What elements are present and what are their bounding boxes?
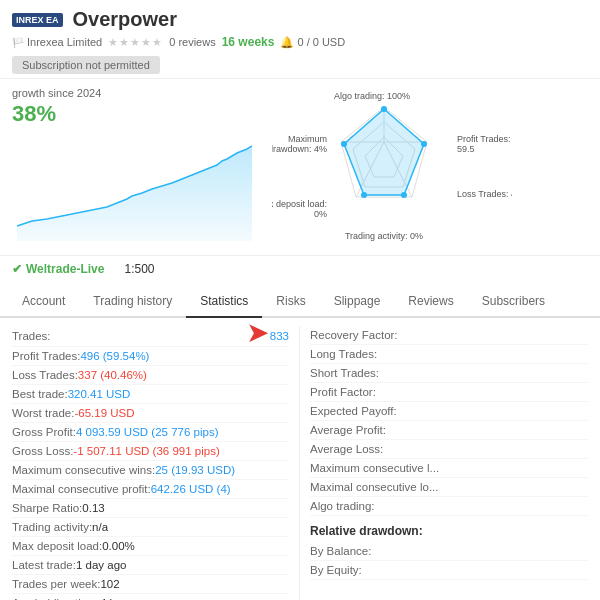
stat-short-trades: Short Trades:: [310, 364, 588, 383]
provider-name: Inrexea Limited: [27, 36, 102, 48]
broker-name: ✔ Weltrade-Live: [12, 262, 104, 276]
max-profit-value: 642.26 USD (4): [151, 483, 231, 495]
tab-risks[interactable]: Risks: [262, 286, 319, 318]
svg-marker-8: [344, 109, 424, 195]
stat-by-equity: By Equity:: [310, 561, 588, 580]
stat-max-deposit: Max deposit load: 0.00%: [12, 537, 289, 556]
product-title: Overpower: [73, 8, 177, 31]
stat-avg-profit: Average Profit:: [310, 421, 588, 440]
relative-drawdown-section: Relative drawdown: By Balance: By Equity…: [310, 524, 588, 580]
main-area: growth since 2024 38% Algo trading: 100%: [0, 79, 600, 255]
svg-point-10: [421, 141, 427, 147]
svg-point-11: [401, 192, 407, 198]
stat-profit-factor: Profit Factor:: [310, 383, 588, 402]
sharpe-value: 0.13: [82, 502, 104, 514]
max-deposit-label: Max deposit load:: [272, 199, 327, 209]
subscribers-info: 🔔 0 / 0 USD: [280, 36, 345, 49]
stat-profit-trades: Profit Trades: 496 (59.54%): [12, 347, 289, 366]
broker-info: ✔ Weltrade-Live 1:500: [0, 255, 600, 282]
stat-trading-activity: Trading activity: n/a: [12, 518, 289, 537]
logo: INREX EA: [12, 13, 63, 27]
tab-statistics[interactable]: Statistics: [186, 286, 262, 318]
profit-trades-label: Profit Trades:: [457, 134, 511, 144]
stat-gross-profit: Gross Profit: 4 093.59 USD (25 776 pips): [12, 423, 289, 442]
gross-profit-value: 4 093.59 USD (25 776 pips): [76, 426, 219, 438]
line-chart: [12, 131, 252, 241]
stats-left-col: Trades: ➤ 833 Profit Trades: 496 (59.54%…: [12, 326, 300, 600]
trading-activity-label: Trading activity: 0%: [345, 231, 423, 241]
subscription-button[interactable]: Subscription not permitted: [12, 56, 160, 74]
latest-trade-value: 1 day ago: [76, 559, 127, 571]
chart-container: [12, 131, 252, 241]
stat-expected-payoff: Expected Payoff:: [310, 402, 588, 421]
svg-point-12: [361, 192, 367, 198]
svg-point-9: [381, 106, 387, 112]
loss-trades-value: 337 (40.46%): [78, 369, 147, 381]
statistics-panel: Trades: ➤ 833 Profit Trades: 496 (59.54%…: [0, 318, 600, 600]
stat-max-consec-loss-amt: Maximal consecutive lo...: [310, 478, 588, 497]
growth-label: growth since 2024: [12, 87, 262, 99]
worst-trade-value: -65.19 USD: [74, 407, 134, 419]
stat-max-wins: Maximum consecutive wins: 25 (19.93 USD): [12, 461, 289, 480]
leverage: 1:500: [124, 262, 154, 276]
stat-latest-trade: Latest trade: 1 day ago: [12, 556, 289, 575]
tab-account[interactable]: Account: [8, 286, 79, 318]
stats-columns: Trades: ➤ 833 Profit Trades: 496 (59.54%…: [12, 326, 588, 600]
radar-chart: Algo trading: 100% Maximum drawdown: 4% …: [272, 87, 512, 247]
max-deposit-value: 0.00%: [102, 540, 135, 552]
stat-avg-holding: Avg holding time: 4 hours: [12, 594, 289, 600]
svg-point-13: [341, 141, 347, 147]
stat-by-balance: By Balance:: [310, 542, 588, 561]
growth-value: 38%: [12, 101, 262, 127]
arrow-indicator: ➤: [246, 319, 269, 347]
radar-area: Algo trading: 100% Maximum drawdown: 4% …: [272, 87, 588, 247]
stat-loss-trades: Loss Trades: 337 (40.46%): [12, 366, 289, 385]
gross-loss-value: -1 507.11 USD (36 991 pips): [73, 445, 219, 457]
stat-trades: Trades: ➤ 833: [12, 326, 289, 347]
stat-long-trades: Long Trades:: [310, 345, 588, 364]
trades-value: 833: [270, 330, 289, 342]
relative-drawdown-header: Relative drawdown:: [310, 524, 588, 538]
stat-gross-loss: Gross Loss: -1 507.11 USD (36 991 pips): [12, 442, 289, 461]
tab-slippage[interactable]: Slippage: [320, 286, 395, 318]
max-wins-value: 25 (19.93 USD): [155, 464, 235, 476]
max-drawdown-label2: drawdown: 4%: [272, 144, 327, 154]
header: INREX EA Overpower 🏳️ Inrexea Limited ★★…: [0, 0, 600, 79]
max-deposit-value: 0%: [314, 209, 327, 219]
chart-area: growth since 2024 38%: [12, 87, 262, 247]
stat-sharpe: Sharpe Ratio: 0.13: [12, 499, 289, 518]
stat-best-trade: Best trade: 320.41 USD: [12, 385, 289, 404]
stat-worst-trade: Worst trade: -65.19 USD: [12, 404, 289, 423]
stat-avg-loss: Average Loss:: [310, 440, 588, 459]
tab-reviews[interactable]: Reviews: [394, 286, 467, 318]
stat-trades-per-week: Trades per week: 102: [12, 575, 289, 594]
stat-algo-trading-right: Algo trading:: [310, 497, 588, 516]
loss-trades-label: Loss Trades: 40.5%: [457, 189, 512, 199]
stat-max-consec-losses: Maximum consecutive l...: [310, 459, 588, 478]
algo-trading-label: Algo trading: 100%: [334, 91, 410, 101]
check-icon: ✔: [12, 262, 22, 276]
weeks-badge: 16 weeks: [222, 35, 275, 49]
stats-right-col: Recovery Factor: Long Trades: Short Trad…: [300, 326, 588, 600]
trades-per-week-value: 102: [100, 578, 119, 590]
stars: ★★★★★: [108, 36, 163, 49]
profit-trades-value: 59.5: [457, 144, 475, 154]
tab-trading-history[interactable]: Trading history: [79, 286, 186, 318]
max-drawdown-label: Maximum: [288, 134, 327, 144]
tab-bar: Account Trading history Statistics Risks…: [0, 286, 600, 318]
profit-trades-value: 496 (59.54%): [80, 350, 149, 362]
trading-activity-value: n/a: [92, 521, 108, 533]
best-trade-value: 320.41 USD: [68, 388, 131, 400]
stat-recovery: Recovery Factor:: [310, 326, 588, 345]
tab-subscribers[interactable]: Subscribers: [468, 286, 559, 318]
stat-max-profit: Maximal consecutive profit: 642.26 USD (…: [12, 480, 289, 499]
reviews-count: 0 reviews: [169, 36, 215, 48]
